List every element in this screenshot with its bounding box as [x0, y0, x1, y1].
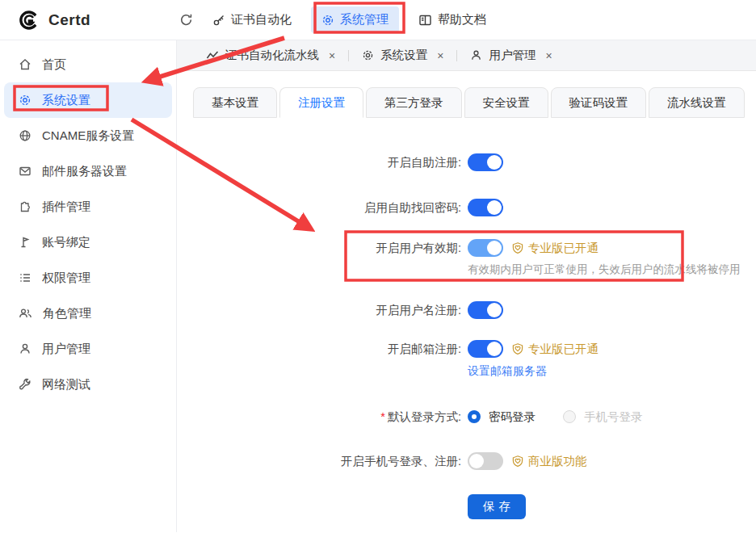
radio-phone-login[interactable] — [563, 410, 576, 423]
opened-tab-label: 用户管理 — [489, 48, 536, 63]
flag-icon — [19, 236, 32, 249]
form-row-self-register: 开启自助注册: — [177, 153, 756, 171]
pro-enabled-label: 专业版已开通 — [528, 342, 598, 357]
form-row-user-validity: 开启用户有效期: 专业版已开通 — [177, 239, 756, 277]
sidebar-item-mail-server[interactable]: 邮件服务器设置 — [4, 153, 172, 189]
brand-name: Certd — [48, 11, 90, 29]
nav-cert-pipeline[interactable]: 证书自动化 — [212, 12, 292, 27]
sidebar-item-home[interactable]: 首页 — [4, 47, 172, 82]
tab-divider — [456, 50, 457, 61]
sidebar-item-label: 权限管理 — [42, 271, 90, 286]
sidebar-item-label: 插件管理 — [42, 199, 90, 215]
certd-logo-icon — [16, 8, 40, 32]
email-register-toggle[interactable] — [468, 340, 503, 358]
radio-password-login[interactable] — [468, 410, 481, 423]
vip-heart-icon — [511, 342, 524, 355]
gear-icon — [321, 14, 334, 27]
sidebar-item-label: 账号绑定 — [42, 235, 90, 250]
tab-third-party-login[interactable]: 第三方登录 — [366, 87, 462, 118]
gear-icon — [362, 49, 374, 61]
save-button[interactable]: 保存 — [468, 494, 526, 519]
team-icon — [19, 307, 32, 320]
app-window: Certd 证书自动化 系统管理 — [0, 0, 756, 533]
wrench-icon — [19, 378, 32, 391]
nav-system-manage[interactable]: 系统管理 — [311, 6, 399, 33]
form-row-phone-register: 开启手机号登录、注册: 商业版功能 — [177, 452, 756, 470]
user-icon — [470, 49, 482, 61]
list-icon — [19, 271, 32, 284]
pro-enabled-badge: 专业版已开通 — [511, 342, 598, 357]
sidebar-item-plugin-manage[interactable]: 插件管理 — [4, 189, 172, 225]
close-icon[interactable]: × — [329, 49, 335, 62]
close-icon[interactable]: × — [437, 49, 443, 62]
required-asterisk: * — [380, 410, 385, 423]
line-chart-icon — [206, 50, 219, 61]
tab-security-settings[interactable]: 安全设置 — [464, 87, 548, 118]
radio-phone-login-label: 手机号登录 — [584, 409, 643, 425]
user-validity-toggle[interactable] — [468, 239, 503, 257]
sidebar-item-system-settings[interactable]: 系统设置 — [4, 82, 172, 118]
sidebar-item-label: 用户管理 — [42, 342, 90, 357]
user-icon — [19, 342, 32, 355]
home-icon — [19, 58, 32, 71]
main-area: 证书自动化流水线 × 系统设置 × 用户管理 × — [177, 40, 756, 532]
header-nav: 证书自动化 系统管理 帮助文档 — [179, 6, 486, 33]
tab-captcha-settings[interactable]: 验证码设置 — [551, 87, 647, 118]
tab-basic-settings[interactable]: 基本设置 — [193, 87, 277, 118]
commercial-feature-badge: 商业版功能 — [511, 454, 587, 469]
radio-password-login-label[interactable]: 密码登录 — [489, 409, 536, 425]
globe-icon — [19, 129, 32, 142]
username-register-toggle[interactable] — [468, 301, 503, 319]
form-row-password-recovery: 启用自助找回密码: — [177, 199, 756, 216]
field-label: 启用自助找回密码: — [177, 199, 461, 216]
sidebar-item-cname-settings[interactable]: CNAME服务设置 — [4, 118, 172, 153]
field-label: 开启自助注册: — [177, 153, 461, 171]
sidebar-item-label: 网络测试 — [42, 377, 90, 392]
nav-cert-pipeline-label: 证书自动化 — [231, 12, 292, 27]
self-register-toggle[interactable] — [468, 153, 503, 171]
field-label: *默认登录方式: — [177, 408, 461, 426]
brand[interactable]: Certd — [0, 8, 168, 32]
sidebar-item-label: 邮件服务器设置 — [42, 164, 127, 179]
sidebar-item-label: CNAME服务设置 — [42, 128, 134, 144]
password-recovery-toggle[interactable] — [468, 199, 503, 216]
form-row-default-login: *默认登录方式: 密码登录 手机号登录 — [177, 408, 756, 426]
close-icon[interactable]: × — [545, 49, 552, 62]
puzzle-icon — [19, 200, 32, 213]
refresh-icon[interactable] — [179, 13, 193, 27]
tab-register-settings[interactable]: 注册设置 — [279, 87, 363, 118]
nav-help-docs[interactable]: 帮助文档 — [418, 12, 486, 27]
form-row-email-register: 开启邮箱注册: 专业版已开通 — [177, 340, 756, 379]
form-actions: 保存 — [177, 494, 756, 519]
mail-server-settings-link[interactable]: 设置邮箱服务器 — [468, 364, 598, 379]
opened-tabs-bar: 证书自动化流水线 × 系统设置 × 用户管理 × — [177, 40, 756, 71]
mail-icon — [19, 165, 32, 178]
field-label: 开启手机号登录、注册: — [177, 452, 461, 470]
field-label: 开启邮箱注册: — [177, 340, 461, 379]
gear-icon — [19, 94, 32, 107]
register-settings-form: 开启自助注册: 启用自助找回密码: 开启用户有效期: — [177, 153, 756, 519]
sidebar-item-label: 首页 — [42, 57, 66, 73]
vip-heart-icon — [511, 455, 524, 468]
opened-tab-system-settings[interactable]: 系统设置 × — [355, 48, 450, 63]
sidebar-item-user-manage[interactable]: 用户管理 — [4, 331, 172, 367]
phone-register-toggle[interactable] — [468, 452, 503, 470]
opened-tab-pipeline[interactable]: 证书自动化流水线 × — [200, 48, 342, 63]
tab-pipeline-settings[interactable]: 流水线设置 — [649, 87, 745, 118]
sidebar-item-role-manage[interactable]: 角色管理 — [4, 296, 172, 331]
opened-tab-user-manage[interactable]: 用户管理 × — [464, 48, 558, 63]
field-label: 开启用户名注册: — [177, 301, 461, 319]
sidebar-item-network-test[interactable]: 网络测试 — [4, 367, 172, 402]
sidebar-item-permission-manage[interactable]: 权限管理 — [4, 260, 172, 296]
settings-tabs: 基本设置 注册设置 第三方登录 安全设置 验证码设置 流水线设置 — [193, 87, 756, 118]
book-icon — [418, 14, 432, 27]
field-label: 开启用户有效期: — [177, 239, 461, 277]
sidebar-item-account-binding[interactable]: 账号绑定 — [4, 225, 172, 260]
vip-heart-icon — [511, 241, 524, 254]
opened-tab-label: 系统设置 — [380, 48, 427, 63]
sidebar: 首页 系统设置 CNAME服务设置 邮件服务器设置 — [0, 40, 177, 532]
pro-enabled-label: 专业版已开通 — [528, 241, 598, 256]
sidebar-item-label: 系统设置 — [42, 93, 90, 108]
pro-enabled-badge: 专业版已开通 — [511, 241, 598, 256]
user-validity-helper: 有效期内用户可正常使用，失效后用户的流水线将被停用 — [468, 262, 741, 277]
